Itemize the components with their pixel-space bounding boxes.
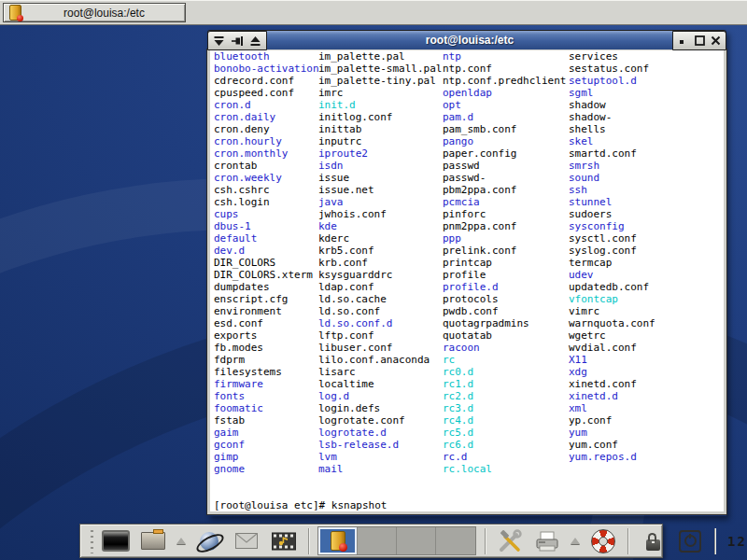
file-entry: sudoers <box>569 208 655 220</box>
printer-icon <box>535 530 559 553</box>
file-entry: fb.modes <box>214 342 319 354</box>
help-icon <box>591 529 615 553</box>
file-entry: cron.d <box>214 99 319 111</box>
file-entry: pbm2ppa.conf <box>443 184 566 196</box>
file-entry: xinetd.d <box>569 390 655 402</box>
file-entry: dbus-1 <box>214 220 319 232</box>
file-entry: enscript.cfg <box>214 293 319 305</box>
file-entry: ntp.conf.predhclient <box>443 75 566 87</box>
file-entry: yp.conf <box>569 414 655 427</box>
file-entry: sound <box>569 172 655 184</box>
file-entry: exports <box>214 329 319 342</box>
file-entry: firmware <box>214 378 319 390</box>
file-entry: DIR_COLORS.xterm <box>214 269 319 281</box>
file-entry: pinforc <box>443 208 566 220</box>
file-entry: lftp.conf <box>318 329 442 342</box>
file-entry: wvdial.conf <box>569 342 655 354</box>
file-entry: csh.cshrc <box>214 184 319 196</box>
file-entry: im_palette-small.pal <box>318 63 442 75</box>
file-entry: yum.repos.d <box>569 451 655 463</box>
file-entry: bonobo-activation <box>214 63 319 75</box>
file-column-3: ntpntp.confntp.conf.predhclientopenldapo… <box>443 50 566 475</box>
file-entry: termcap <box>569 257 655 269</box>
pager-desktop-3[interactable] <box>397 527 436 554</box>
file-entry: logrotate.d <box>318 427 442 439</box>
web-browser-icon <box>199 531 219 552</box>
file-entry: foomatic <box>214 402 319 414</box>
file-entry: rc2.d <box>443 390 566 402</box>
taskbar-window-button[interactable]: root@louisa:/etc <box>3 3 186 22</box>
maximize-icon[interactable] <box>693 34 707 48</box>
file-entry: rc4.d <box>443 414 566 427</box>
file-entry: lilo.conf.anaconda <box>318 354 442 366</box>
file-entry: shadow <box>569 99 655 111</box>
file-entry: logrotate.conf <box>318 414 442 427</box>
file-entry: gnome <box>214 463 319 475</box>
file-entry: ntp.conf <box>443 63 566 75</box>
file-entry: udev <box>569 269 655 281</box>
file-entry: ld.so.cache <box>318 293 442 305</box>
titlebar[interactable]: root@louisa:/etc <box>207 30 726 49</box>
hide-arrow-button[interactable] <box>569 526 582 556</box>
top-taskbar: root@louisa:/etc <box>0 0 747 25</box>
file-column-4: servicessestatus.confsetuptool.dsgmlshad… <box>569 50 655 463</box>
file-entry: dumpdates <box>214 281 319 293</box>
terminal-output[interactable]: [root@louisa etc]# ksnapshot kbuildsycoc… <box>210 50 724 511</box>
file-entry: wgetrc <box>569 329 655 342</box>
pager-desktop-4[interactable] <box>436 527 475 554</box>
file-entry: esd.conf <box>214 317 319 329</box>
file-entry: issue <box>318 172 442 184</box>
file-entry: crontab <box>214 160 319 172</box>
file-entry: ld.so.conf.d <box>318 317 442 329</box>
menu-icon[interactable] <box>212 34 226 48</box>
pager-desktop-1[interactable] <box>318 527 358 554</box>
pager-desktop-2[interactable] <box>358 527 397 554</box>
file-entry: ld.so.conf <box>318 305 442 317</box>
terminal-launcher-button[interactable] <box>100 526 132 556</box>
multimedia-button[interactable] <box>268 526 300 556</box>
home-folder-button[interactable] <box>137 526 169 556</box>
file-entry: issue.net <box>318 184 442 196</box>
file-entry: syslog.conf <box>569 245 655 257</box>
file-entry: inputrc <box>318 135 442 147</box>
lock-screen-button[interactable] <box>637 526 669 556</box>
hide-arrow-icon <box>176 538 186 544</box>
terminal-prompt-block: [root@louisa etc]# ksnapshot kbuildsycoc… <box>214 475 387 511</box>
file-entry: pcmcia <box>443 196 566 208</box>
power-icon <box>679 530 701 553</box>
file-entry: sysctl.conf <box>569 232 655 245</box>
panel-separator <box>714 528 715 554</box>
file-entry: cups <box>214 208 319 220</box>
desktop: root@louisa:/etc root@louisa:/etc <box>0 0 747 560</box>
shade-icon[interactable] <box>248 34 262 48</box>
close-icon[interactable] <box>709 34 723 48</box>
file-entry: profile <box>443 269 566 281</box>
printer-button[interactable] <box>531 526 563 556</box>
file-column-2: im_palette.palim_palette-small.palim_pal… <box>318 50 442 475</box>
help-button[interactable] <box>587 526 619 556</box>
file-entry: smrsh <box>569 160 655 172</box>
file-entry: rc6.d <box>443 439 566 451</box>
file-entry: passwd <box>443 160 566 172</box>
file-entry: sysconfig <box>569 220 655 232</box>
file-entry: shadow- <box>569 111 655 123</box>
mail-button[interactable] <box>231 526 262 556</box>
hide-arrow-button[interactable] <box>175 526 188 556</box>
panel-clock[interactable]: 12 02 <box>724 534 747 549</box>
window-title: root@louisa:/etc <box>268 31 671 49</box>
web-browser-button[interactable] <box>193 526 225 556</box>
file-entry: im_palette-tiny.pal <box>318 75 442 87</box>
prompt-line: [root@louisa etc]# ksnapshot <box>214 499 387 511</box>
file-entry: kderc <box>318 232 442 245</box>
file-entry: smartd.conf <box>569 147 655 160</box>
file-entry: rc1.d <box>443 378 566 390</box>
file-entry: default <box>214 232 319 245</box>
file-entry: bluetooth <box>214 50 319 63</box>
file-entry: cpuspeed.conf <box>214 87 319 99</box>
pin-icon[interactable] <box>231 34 245 48</box>
tools-button[interactable] <box>494 526 526 556</box>
minimize-icon[interactable] <box>676 34 690 48</box>
panel-handle-left[interactable] <box>90 528 94 553</box>
logout-button[interactable] <box>674 526 706 556</box>
lock-icon <box>646 539 660 551</box>
